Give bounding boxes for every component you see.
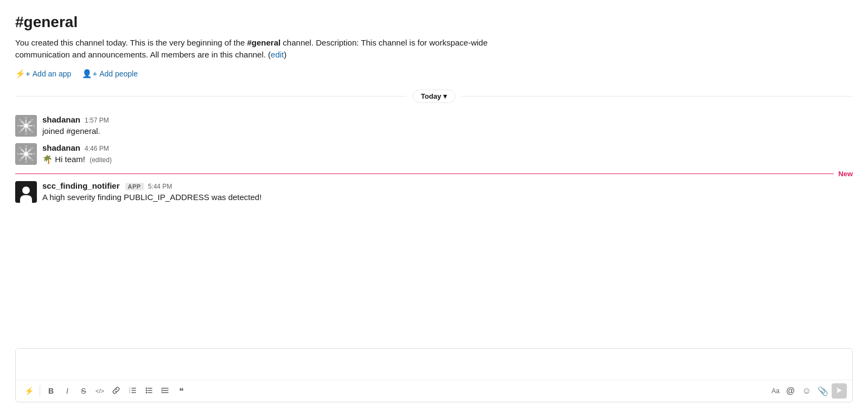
svg-point-7 <box>25 132 27 134</box>
table-row: shadanan 4:46 PM 🌴 Hi team! (edited) <box>15 140 853 169</box>
channel-content: #general You created this channel today.… <box>0 0 868 342</box>
ordered-list-button[interactable]: 1 2 3 <box>125 383 140 399</box>
mention-button[interactable]: @ <box>783 383 798 399</box>
channel-title: #general <box>15 13 853 31</box>
svg-point-22 <box>18 153 20 155</box>
app-badge: APP <box>125 183 144 190</box>
svg-point-21 <box>25 160 27 162</box>
date-pill[interactable]: Today ▾ <box>413 89 455 103</box>
lightning-icon: ⚡ <box>24 387 34 395</box>
message-header: shadanan 1:57 PM <box>42 115 853 124</box>
date-divider: Today ▾ <box>15 89 853 103</box>
edit-link[interactable]: edit <box>271 50 284 59</box>
emoji-icon: ☺ <box>802 386 811 396</box>
svg-point-13 <box>20 130 22 132</box>
svg-point-10 <box>20 119 22 121</box>
message-time: 1:57 PM <box>85 117 109 124</box>
emoji-button[interactable]: ☺ <box>799 383 814 399</box>
blockquote-icon: ❝ <box>179 386 184 396</box>
message-sender: shadanan <box>42 143 80 152</box>
edited-label: (edited) <box>90 156 112 164</box>
add-people-link[interactable]: 👤+ Add people <box>82 69 138 79</box>
strikethrough-icon: S <box>81 387 86 395</box>
svg-point-11 <box>30 130 33 132</box>
svg-point-12 <box>30 119 33 121</box>
bold-button[interactable]: B <box>43 383 59 399</box>
message-sender: shadanan <box>42 115 80 124</box>
message-input-area: ⚡ B I S </> <box>15 348 853 402</box>
svg-point-23 <box>32 153 34 155</box>
svg-point-36 <box>146 391 148 393</box>
new-messages-divider: New <box>15 173 853 174</box>
message-time: 5:44 PM <box>148 183 173 190</box>
new-label: New <box>834 169 853 177</box>
svg-point-24 <box>20 147 22 150</box>
message-text: A high severity finding PUBLIC_IP_ADDRES… <box>42 191 853 203</box>
format-button[interactable]: Aa <box>769 383 782 399</box>
message-sender: scc_finding_notifier <box>42 181 120 190</box>
svg-point-26 <box>30 147 33 150</box>
svg-point-9 <box>32 125 34 127</box>
message-toolbar: ⚡ B I S </> <box>16 380 852 402</box>
channel-actions: ⚡+ Add an app 👤+ Add people <box>15 69 853 79</box>
indent-button[interactable] <box>157 383 173 399</box>
person-add-icon: 👤+ <box>82 69 97 79</box>
svg-point-5 <box>24 124 28 127</box>
toolbar-right: Aa @ ☺ 📎 <box>769 383 847 399</box>
attach-button[interactable]: 📎 <box>815 383 831 399</box>
svg-point-8 <box>18 125 20 127</box>
italic-icon: I <box>66 387 68 395</box>
message-header: shadanan 4:46 PM <box>42 143 853 152</box>
chevron-down-icon: ▾ <box>443 92 447 100</box>
add-app-link[interactable]: ⚡+ Add an app <box>15 69 71 79</box>
message-input[interactable] <box>16 349 852 378</box>
avatar-body <box>20 195 32 203</box>
message-time: 4:46 PM <box>85 145 109 152</box>
svg-point-35 <box>146 389 148 391</box>
avatar <box>15 143 37 165</box>
new-divider-line <box>15 174 853 174</box>
svg-point-19 <box>24 152 28 156</box>
unordered-list-button[interactable] <box>141 383 156 399</box>
link-icon <box>112 387 120 396</box>
message-header: scc_finding_notifier APP 5:44 PM <box>42 181 853 190</box>
table-row: shadanan 1:57 PM joined #general. <box>15 112 853 140</box>
emoji-prefix: 🌴 <box>42 155 53 164</box>
table-row: scc_finding_notifier APP 5:44 PM A high … <box>15 178 853 207</box>
mention-icon: @ <box>786 386 795 396</box>
italic-button[interactable]: I <box>60 383 75 399</box>
code-icon: </> <box>95 388 104 394</box>
svg-point-6 <box>25 118 27 120</box>
strikethrough-button[interactable]: S <box>76 383 91 399</box>
message-content: scc_finding_notifier APP 5:44 PM A high … <box>42 181 853 203</box>
send-button[interactable] <box>832 383 847 399</box>
send-icon <box>835 387 843 396</box>
link-button[interactable] <box>108 383 124 399</box>
svg-text:3: 3 <box>129 391 131 394</box>
indent-icon <box>161 387 169 396</box>
avatar <box>15 115 37 137</box>
toolbar-divider <box>40 386 40 396</box>
message-content: shadanan 4:46 PM 🌴 Hi team! (edited) <box>42 143 853 165</box>
svg-point-34 <box>146 387 148 389</box>
format-icon: Aa <box>771 387 780 395</box>
blockquote-button[interactable]: ❝ <box>174 383 189 399</box>
ordered-list-icon: 1 2 3 <box>129 387 136 396</box>
message-text: joined #general. <box>42 125 853 137</box>
avatar-head <box>22 187 30 194</box>
svg-point-25 <box>30 158 33 160</box>
avatar <box>15 181 37 203</box>
svg-point-27 <box>20 158 22 160</box>
channel-description: You created this channel today. This is … <box>15 37 503 61</box>
message-text: 🌴 Hi team! (edited) <box>42 153 853 165</box>
attach-icon: 📎 <box>818 386 828 396</box>
lightning-icon: ⚡+ <box>15 69 30 79</box>
bold-icon: B <box>48 387 54 395</box>
svg-marker-43 <box>837 388 842 393</box>
unordered-list-icon <box>145 387 152 396</box>
message-content: shadanan 1:57 PM joined #general. <box>42 115 853 137</box>
svg-point-20 <box>25 146 27 148</box>
shortcuts-button[interactable]: ⚡ <box>21 383 36 399</box>
code-button[interactable]: </> <box>92 383 107 399</box>
